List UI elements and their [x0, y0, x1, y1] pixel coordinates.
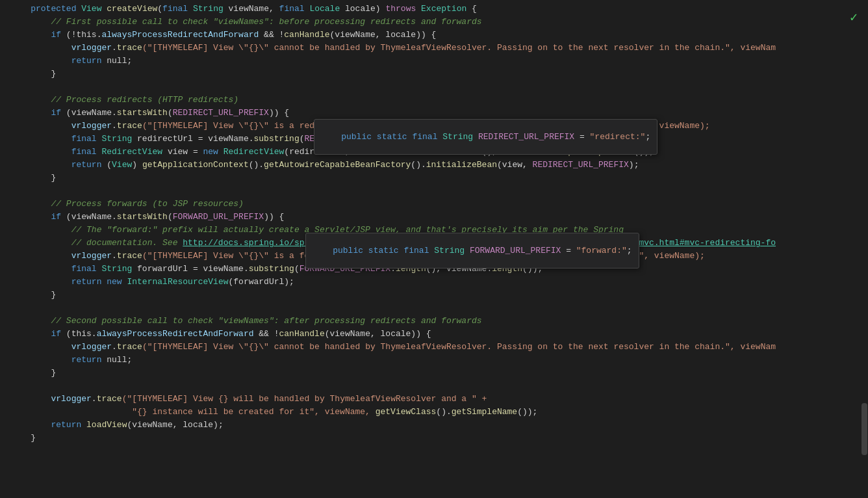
code-line [0, 185, 868, 198]
code-line: // Process forwards (to JSP resources) [0, 198, 868, 211]
code-line: if (!this.alwaysProcessRedirectAndForwar… [0, 29, 868, 42]
code-line: return loadView(viewName, locale); [0, 419, 868, 432]
code-line: protected View createView(final String v… [0, 3, 868, 16]
code-line: // Process redirects (HTTP redirects) [0, 94, 868, 107]
code-line: } [0, 289, 868, 302]
editor-container: protected View createView(final String v… [0, 0, 868, 498]
code-area: protected View createView(final String v… [0, 0, 868, 447]
vertical-scrollbar[interactable] [860, 0, 868, 498]
code-line: return new InternalResourceView(forwardU… [0, 276, 868, 289]
code-line: return (View) getApplicationContext().ge… [0, 159, 868, 172]
tooltip-redirect: public static final String REDIRECT_URL_… [314, 119, 657, 155]
tooltip-kw2: public [333, 246, 363, 256]
code-line: // First possible call to check "viewNam… [0, 16, 868, 29]
code-line: if (viewName.startsWith(FORWARD_URL_PREF… [0, 211, 868, 224]
tooltip-forward: public static final String FORWARD_URL_P… [305, 233, 639, 269]
code-line: return null; [0, 354, 868, 367]
code-line [0, 81, 868, 94]
code-line: if (this.alwaysProcessRedirectAndForward… [0, 328, 868, 341]
code-line: } [0, 68, 868, 81]
code-line: if (viewName.startsWith(REDIRECT_URL_PRE… [0, 107, 868, 120]
code-line: // Second possible call to check "viewNa… [0, 315, 868, 328]
code-line: return null; [0, 55, 868, 68]
code-line [0, 380, 868, 393]
scrollbar-thumb[interactable] [862, 403, 867, 455]
tooltip-kw1: public [341, 132, 372, 142]
code-line: vrlogger.trace("[THYMELEAF] View \"{}\" … [0, 42, 868, 55]
code-line [0, 302, 868, 315]
code-line: vrlogger.trace("[THYMELEAF] View {} will… [0, 393, 868, 406]
check-mark: ✓ [850, 9, 858, 25]
code-line: } [0, 172, 868, 185]
code-line: } [0, 432, 868, 445]
code-line: vrlogger.trace("[THYMELEAF] View \"{}\" … [0, 341, 868, 354]
code-line: "{} instance will be created for it", vi… [0, 406, 868, 419]
code-line: } [0, 367, 868, 380]
